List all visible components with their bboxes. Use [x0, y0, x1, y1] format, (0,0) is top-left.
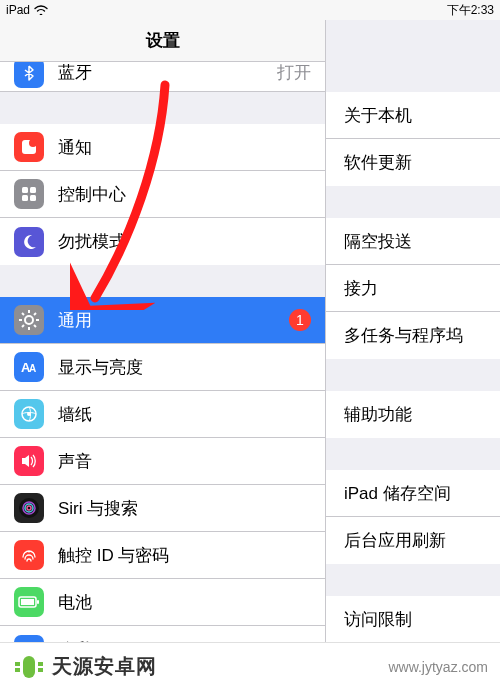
watermark: 天源安卓网 www.jytyaz.com — [0, 642, 500, 690]
notifications-label: 通知 — [58, 136, 311, 159]
dnd-label: 勿扰模式 — [58, 230, 311, 253]
svg-rect-3 — [30, 187, 36, 193]
settings-title: 设置 — [146, 29, 180, 52]
siri-label: Siri 与搜索 — [58, 497, 311, 520]
airdrop-row[interactable]: 隔空投送 — [326, 218, 500, 265]
battery-label: 电池 — [58, 591, 311, 614]
general-row[interactable]: 通用 1 — [0, 297, 325, 344]
speaker-icon — [20, 452, 38, 470]
control-center-label: 控制中心 — [58, 183, 311, 206]
bluetooth-label: 蓝牙 — [58, 62, 277, 84]
svg-point-1 — [29, 139, 37, 147]
restrictions-row[interactable]: 访问限制 — [326, 596, 500, 643]
svg-rect-4 — [22, 195, 28, 201]
detail-pane: 关于本机 软件更新 隔空投送 接力 多任务与程序坞 辅助功能 iPad 储存空间… — [325, 20, 500, 690]
svg-rect-27 — [15, 662, 20, 666]
settings-header: 设置 — [0, 20, 325, 62]
siri-icon — [17, 496, 41, 520]
watermark-logo-icon — [12, 650, 46, 684]
device-label: iPad — [6, 3, 30, 17]
svg-rect-2 — [22, 187, 28, 193]
wallpaper-icon — [19, 404, 39, 424]
touchid-label: 触控 ID 与密码 — [58, 544, 311, 567]
svg-rect-5 — [30, 195, 36, 201]
wallpaper-row[interactable]: 墙纸 — [0, 391, 325, 438]
settings-sidebar: 设置 蓝牙 打开 — [0, 20, 325, 690]
software-update-row[interactable]: 软件更新 — [326, 139, 500, 186]
sounds-row[interactable]: 声音 — [0, 438, 325, 485]
svg-rect-29 — [38, 662, 43, 666]
control-center-icon — [20, 185, 38, 203]
bluetooth-value: 打开 — [277, 62, 311, 84]
bluetooth-row[interactable]: 蓝牙 打开 — [0, 62, 325, 92]
about-row[interactable]: 关于本机 — [326, 92, 500, 139]
svg-rect-25 — [21, 599, 34, 605]
wallpaper-label: 墙纸 — [58, 403, 311, 426]
svg-line-14 — [22, 325, 24, 327]
status-bar: iPad 下午2:33 — [0, 0, 500, 20]
notifications-row[interactable]: 通知 — [0, 124, 325, 171]
notifications-icon — [19, 137, 39, 157]
svg-rect-30 — [38, 668, 43, 672]
bg-refresh-row[interactable]: 后台应用刷新 — [326, 517, 500, 564]
battery-icon — [18, 595, 40, 609]
wifi-icon — [34, 5, 48, 15]
battery-row[interactable]: 电池 — [0, 579, 325, 626]
handoff-row[interactable]: 接力 — [326, 265, 500, 312]
general-badge: 1 — [289, 309, 311, 331]
svg-rect-28 — [15, 668, 20, 672]
gear-icon — [19, 310, 39, 330]
sounds-label: 声音 — [58, 450, 311, 473]
watermark-brand: 天源安卓网 — [52, 653, 157, 680]
siri-row[interactable]: Siri 与搜索 — [0, 485, 325, 532]
touchid-row[interactable]: 触控 ID 与密码 — [0, 532, 325, 579]
svg-line-11 — [22, 313, 24, 315]
svg-rect-24 — [37, 600, 39, 604]
accessibility-row[interactable]: 辅助功能 — [326, 391, 500, 438]
display-label: 显示与亮度 — [58, 356, 311, 379]
svg-text:A: A — [29, 363, 36, 374]
svg-rect-26 — [23, 656, 35, 678]
watermark-url: www.jytyaz.com — [388, 659, 488, 675]
svg-point-6 — [25, 316, 33, 324]
multitasking-row[interactable]: 多任务与程序坞 — [326, 312, 500, 359]
moon-icon — [20, 233, 38, 251]
general-label: 通用 — [58, 309, 289, 332]
dnd-row[interactable]: 勿扰模式 — [0, 218, 325, 265]
svg-line-12 — [34, 325, 36, 327]
time-label: 下午2:33 — [447, 2, 494, 19]
display-row[interactable]: AA 显示与亮度 — [0, 344, 325, 391]
display-icon: AA — [19, 357, 39, 377]
bluetooth-icon — [21, 65, 37, 81]
control-center-row[interactable]: 控制中心 — [0, 171, 325, 218]
fingerprint-icon — [19, 545, 39, 565]
storage-row[interactable]: iPad 储存空间 — [326, 470, 500, 517]
svg-point-19 — [19, 498, 39, 518]
svg-line-13 — [34, 313, 36, 315]
